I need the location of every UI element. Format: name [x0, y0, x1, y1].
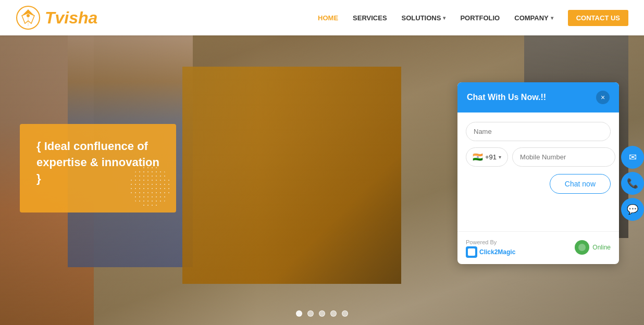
hero-text-box: { Ideal confluence of expertise & innova… [20, 124, 176, 213]
logo-icon [16, 5, 41, 30]
india-flag: 🇮🇳 [473, 152, 483, 162]
chat-phone-input[interactable] [512, 147, 615, 167]
chat-widget: Chat With Us Now.!! × 🇮🇳 +91 ▾ Chat now … [457, 82, 619, 264]
online-status: Online [575, 240, 611, 255]
chat-close-button[interactable]: × [596, 91, 610, 104]
phone-country-selector[interactable]: 🇮🇳 +91 ▾ [466, 147, 508, 167]
nav-home[interactable]: HOME [318, 14, 338, 22]
chat-footer: Powered By Click2Magic Online [457, 231, 619, 264]
click2magic-logo-inner [468, 248, 475, 256]
powered-by-text: Powered By [466, 239, 497, 245]
click2magic-brand[interactable]: Click2Magic [466, 246, 515, 258]
logo-text: Tvisha [45, 8, 97, 28]
hero-dots-decoration [129, 166, 171, 207]
floating-chat-button[interactable]: 💬 [621, 198, 644, 221]
logo[interactable]: Tvisha [16, 5, 97, 30]
nav-portfolio[interactable]: PORTFOLIO [460, 14, 500, 22]
solutions-chevron: ▾ [443, 15, 445, 21]
click2magic-text: Click2Magic [479, 248, 515, 256]
nav-contact-us[interactable]: CONTACT US [568, 10, 628, 26]
online-label: Online [592, 244, 611, 251]
powered-by-section: Powered By Click2Magic [466, 237, 515, 258]
click2magic-logo [466, 246, 477, 258]
header: Tvisha HOME SERVICES SOLUTIONS ▾ PORTFOL… [0, 0, 644, 35]
slide-dot-4[interactable] [330, 310, 337, 317]
prefix-chevron: ▾ [499, 154, 501, 160]
online-dot-inner [578, 244, 586, 251]
online-indicator [575, 240, 589, 255]
company-chevron: ▾ [551, 15, 553, 21]
main-nav: HOME SERVICES SOLUTIONS ▾ PORTFOLIO COMP… [318, 10, 628, 26]
nav-company[interactable]: COMPANY ▾ [514, 14, 553, 22]
floating-buttons: ✉ 📞 💬 [621, 146, 644, 221]
email-icon: ✉ [629, 152, 637, 163]
chat-spacer [466, 194, 611, 225]
slide-dot-1[interactable] [296, 310, 302, 317]
chat-name-input[interactable] [466, 122, 611, 141]
slide-dot-3[interactable] [319, 310, 325, 317]
chat-icon: 💬 [627, 204, 638, 215]
chat-phone-row: 🇮🇳 +91 ▾ [466, 147, 611, 167]
chat-widget-title: Chat With Us Now.!! [467, 93, 546, 102]
chat-header: Chat With Us Now.!! × [457, 82, 619, 113]
floating-phone-button[interactable]: 📞 [621, 172, 644, 195]
chat-now-button[interactable]: Chat now [550, 174, 611, 194]
slide-dot-2[interactable] [307, 310, 314, 317]
floating-email-button[interactable]: ✉ [621, 146, 644, 169]
slide-dot-5[interactable] [342, 310, 348, 317]
nav-solutions[interactable]: SOLUTIONS ▾ [402, 14, 446, 22]
nav-services[interactable]: SERVICES [353, 14, 387, 22]
slide-indicators [296, 310, 348, 317]
phone-prefix-text: +91 [485, 153, 497, 161]
chat-body: 🇮🇳 +91 ▾ Chat now [457, 113, 619, 231]
phone-icon: 📞 [627, 178, 638, 189]
